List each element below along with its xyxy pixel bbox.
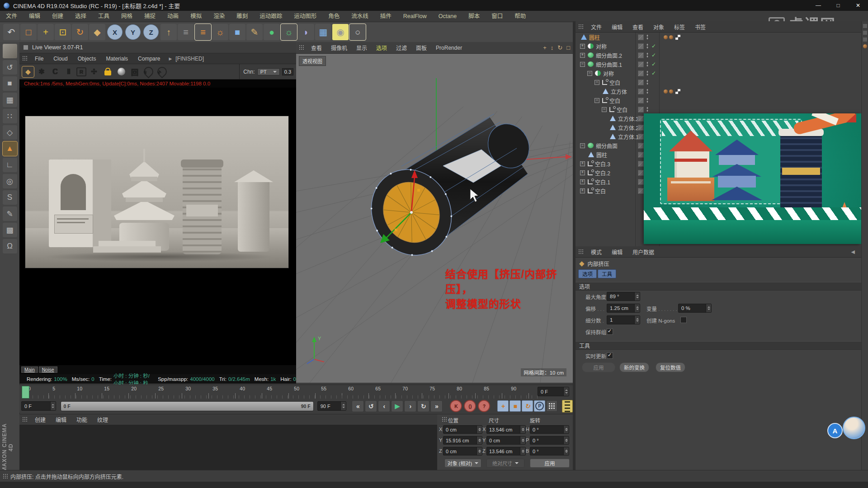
magnet-icon[interactable]: Ω <box>3 239 17 253</box>
object-name[interactable]: 对称 <box>596 42 607 50</box>
object-name[interactable]: 立方体.2 <box>618 124 639 131</box>
grip-icon[interactable] <box>299 45 304 51</box>
collapse-arrow-icon[interactable]: ◀ <box>851 249 861 255</box>
expand-toggle-icon[interactable]: − <box>587 71 592 76</box>
timeline-ruler[interactable]: 05101520253035404550556065707580859095 <box>22 386 542 399</box>
expand-toggle-icon[interactable]: + <box>580 53 585 58</box>
rotation-b-field[interactable]: 0 ° <box>530 447 569 455</box>
material-menu-item[interactable]: 创建 <box>30 416 51 423</box>
layer-icon[interactable] <box>638 70 644 76</box>
reload-kernel-icon[interactable]: C <box>49 66 61 77</box>
expand-toggle-icon[interactable]: + <box>580 179 585 184</box>
object-name[interactable]: 空白 <box>609 79 620 86</box>
menu-item[interactable]: 工具 <box>92 11 115 22</box>
goto-start-button[interactable]: « <box>352 400 364 412</box>
layer-icon[interactable] <box>638 107 644 113</box>
live-viewer-menu-item[interactable]: Objects <box>73 56 101 62</box>
viewport-name-label[interactable]: 透视视图 <box>299 56 326 66</box>
viewport-3d-scene[interactable] <box>296 53 573 383</box>
lock-x-button[interactable]: X <box>107 24 123 40</box>
preview-range-slider[interactable]: 0 F 90 F <box>61 401 314 411</box>
grip-icon[interactable] <box>578 24 583 30</box>
visibility-dots-icon[interactable] <box>646 89 648 94</box>
attribute-menu-item[interactable]: 用户数据 <box>627 248 659 256</box>
render-view-icon[interactable]: ≡ <box>178 24 194 40</box>
visibility-dots-icon[interactable] <box>646 107 648 112</box>
live-selection-icon[interactable]: □ <box>20 24 37 40</box>
visibility-controls[interactable]: ✓ <box>638 105 648 114</box>
layer-icon[interactable] <box>638 89 644 94</box>
record-rotation-toggle[interactable]: ↻ <box>522 400 533 412</box>
menu-item[interactable]: 文件 <box>0 11 23 22</box>
lock-resolution-icon[interactable] <box>102 66 113 77</box>
next-key-button[interactable]: ↻ <box>417 400 429 412</box>
menu-item[interactable]: 创建 <box>46 11 69 22</box>
layer-icon[interactable] <box>638 188 644 194</box>
grip-icon[interactable] <box>578 249 583 255</box>
object-name[interactable]: 空白 <box>595 187 606 195</box>
position-y-field[interactable]: 15.916 cm <box>443 436 482 445</box>
material-dock-icon[interactable] <box>863 44 867 48</box>
rotate-view-icon[interactable]: ↻ <box>557 44 562 51</box>
pause-render-icon[interactable]: ‖ <box>63 66 75 77</box>
region-render-icon[interactable]: R <box>76 67 86 76</box>
rotation-p-field[interactable]: 0 ° <box>530 436 569 445</box>
deformer-icon[interactable]: ◗ <box>298 24 314 40</box>
expand-toggle-icon[interactable]: + <box>580 188 585 193</box>
restart-render-icon[interactable]: ✱ <box>36 66 47 77</box>
layer-icon[interactable] <box>638 179 644 185</box>
size-z-field[interactable]: 13.546 cm <box>486 447 526 455</box>
subdivision-surface-icon[interactable]: ● <box>264 24 280 40</box>
enabled-check-icon[interactable]: ✓ <box>651 43 656 49</box>
object-tree-row[interactable]: 圆柱 ✓ <box>576 33 861 42</box>
coordinate-apply-button[interactable]: 应用 <box>530 459 570 468</box>
visibility-dots-icon[interactable] <box>646 61 648 67</box>
record-scale-toggle[interactable]: ■ <box>509 400 521 412</box>
scale-tool-icon[interactable]: ⊡ <box>55 24 71 40</box>
end-frame-field[interactable]: 90 F <box>317 401 347 411</box>
add-cube-icon[interactable]: ■ <box>229 24 245 40</box>
viewport-menu-item[interactable]: 摄像机 <box>326 44 352 52</box>
next-frame-button[interactable]: › <box>404 400 416 412</box>
live-viewer-title-bar[interactable]: Live Viewer 3.07-R1 <box>19 42 296 53</box>
camera-icon[interactable]: ◉ <box>332 24 349 40</box>
position-z-field[interactable]: 0 cm <box>443 447 482 455</box>
layer-icon[interactable] <box>638 134 644 140</box>
layer-icon[interactable] <box>638 34 644 40</box>
enabled-check-icon[interactable]: ✓ <box>651 52 656 58</box>
layer-icon[interactable] <box>638 43 644 49</box>
attribute-menu-item[interactable]: 编辑 <box>607 248 627 256</box>
grip-icon[interactable] <box>22 56 27 61</box>
lock-y-button[interactable]: Y <box>125 24 141 40</box>
keyframe-help-button[interactable]: ? <box>478 400 490 412</box>
object-name[interactable]: 细分曲面 <box>596 142 618 150</box>
expand-toggle-icon[interactable]: − <box>594 98 599 103</box>
object-name[interactable]: 空白.2 <box>595 169 610 177</box>
object-tree-row[interactable]: − 空白 ✓ <box>576 78 861 87</box>
viewport-menu-item[interactable]: ProRender <box>431 45 467 51</box>
record-keyframe-button[interactable]: K <box>450 400 462 412</box>
keep-group-checkbox[interactable] <box>607 328 613 335</box>
object-name[interactable]: 圆柱 <box>589 33 600 41</box>
preview-cube-icon[interactable]: ◆ <box>22 66 34 77</box>
live-viewer-menu-item[interactable]: Materials <box>101 56 133 62</box>
tutorial-avatar[interactable] <box>843 417 865 439</box>
hdri-picker-icon[interactable]: H <box>156 66 168 77</box>
undo-icon[interactable]: ↶ <box>3 24 19 40</box>
size-y-field[interactable]: 0 cm <box>486 436 526 445</box>
point-mode-icon[interactable]: ∷ <box>3 109 17 123</box>
tag-icons[interactable] <box>662 87 680 96</box>
live-viewer-menu-item[interactable]: Cloud <box>48 56 72 62</box>
visibility-dots-icon[interactable] <box>646 34 648 40</box>
lock-workplane-icon[interactable]: ✎ <box>3 206 17 221</box>
menu-item[interactable]: 编辑 <box>23 11 46 22</box>
expand-toggle-icon[interactable]: − <box>580 62 585 67</box>
layer-icon[interactable] <box>638 61 644 67</box>
autokey-toggle-button[interactable]: () <box>464 400 476 412</box>
floor-icon[interactable]: ▦ <box>315 24 331 40</box>
render-settings-icon[interactable]: ☼ <box>212 24 228 40</box>
visibility-controls[interactable]: ✓ <box>638 78 648 87</box>
record-pla-toggle[interactable] <box>546 400 557 412</box>
record-position-toggle[interactable]: + <box>497 400 509 412</box>
object-tree-row[interactable]: + 对称 ✓ <box>576 42 861 51</box>
